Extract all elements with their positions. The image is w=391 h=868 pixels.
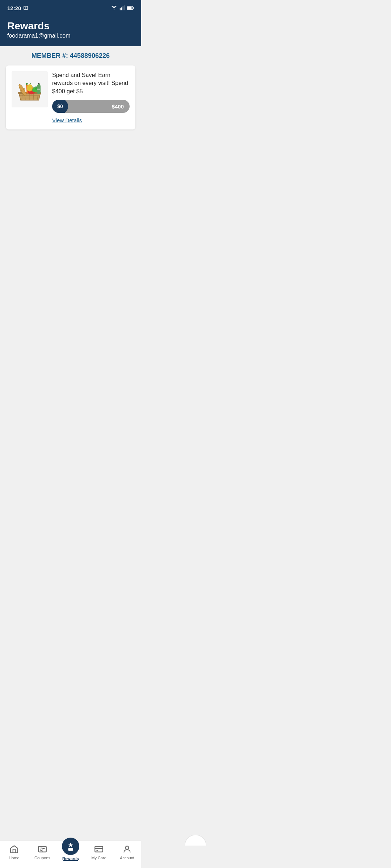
svg-rect-3 [120,8,121,10]
status-time: 12:20 [7,5,28,11]
svg-rect-29 [37,89,40,90]
user-email: foodarama1@gmail.com [7,33,134,39]
page-header: Rewards foodarama1@gmail.com [0,16,141,46]
svg-rect-8 [133,7,134,9]
view-details-link[interactable]: View Details [52,117,82,123]
member-number: MEMBER #: 44588906226 [6,52,135,60]
main-content: MEMBER #: 44588906226 [0,46,141,281]
svg-rect-28 [38,83,39,84]
status-icons [111,5,134,10]
progress-bar: $0 $400 [52,100,130,113]
reward-image [12,71,48,107]
reward-info: Spend and Save! Earn rewards on every vi… [52,71,130,124]
progress-end: $400 [112,103,124,110]
svg-rect-5 [123,6,123,10]
svg-rect-9 [127,7,131,9]
svg-rect-6 [124,5,125,10]
svg-point-30 [27,84,33,92]
reward-card: Spend and Save! Earn rewards on every vi… [6,65,135,129]
reward-description: Spend and Save! Earn rewards on every vi… [52,71,130,95]
status-bar: 12:20 [0,0,141,16]
svg-rect-4 [121,7,122,10]
progress-start: $0 [52,100,68,113]
page-title: Rewards [7,20,134,32]
